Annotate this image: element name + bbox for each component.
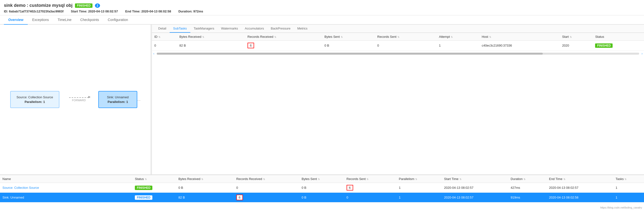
bcol-duration[interactable]: Duration⇅: [508, 175, 547, 183]
id-value: 6abab71af737402c127023fa3ac9983f: [9, 10, 64, 13]
cell-bytes-received: 82 B: [177, 41, 245, 50]
cell-status: FINISHED: [593, 41, 644, 50]
cell-records-received: 6: [245, 41, 322, 50]
source-node-parallelism: Parallelism: 1: [16, 100, 53, 104]
col-attempt[interactable]: Attempt⇅: [436, 33, 479, 41]
tab-configuration[interactable]: Configuration: [104, 15, 132, 25]
bcell-tasks: 1: [613, 183, 644, 193]
cell-records-sent: 0: [375, 41, 436, 50]
bcol-status[interactable]: Status⇅: [132, 175, 176, 183]
bcol-bytes-sent[interactable]: Bytes Sent⇅: [299, 175, 344, 183]
bcell-name-sink: Sink: Unnamed: [0, 193, 132, 202]
arrow-label: FORWARD: [72, 99, 86, 102]
bottom-panel: Name Status⇅ Bytes Received⇅ Records Rec…: [0, 175, 644, 202]
status-badge: FINISHED: [75, 4, 92, 8]
bcell-end-time: 2020-04-13 08:02:57: [547, 183, 613, 193]
subtab-subtasks[interactable]: SubTasks: [170, 25, 190, 33]
meta-row: ID: 6abab71af737402c127023fa3ac9983f Sta…: [4, 10, 640, 13]
col-host[interactable]: Host⇅: [479, 33, 560, 41]
bcol-start-time[interactable]: Start Time⇅: [442, 175, 508, 183]
end-time-value: 2020-04-13 08:02:58: [142, 10, 171, 13]
cell-id: 0: [152, 41, 177, 50]
sink-node[interactable]: Sink: Unnamed Parallelism: 1: [98, 91, 137, 108]
col-bytes-received[interactable]: Bytes Received⇅: [177, 33, 245, 41]
tab-checkpoints[interactable]: Checkpoints: [76, 15, 104, 25]
bcell-bytes-received: 0 B: [176, 183, 234, 193]
bcol-tasks[interactable]: Tasks⇅: [613, 175, 644, 183]
flow-diagram-panel: Source: Collection Source Parallelism: 1…: [0, 25, 151, 174]
start-time-value: 2020-04-13 08:02:57: [88, 10, 118, 13]
col-status: Status: [593, 33, 644, 41]
subtab-detail[interactable]: Detail: [155, 25, 170, 33]
expand-left-btn[interactable]: ‹: [152, 51, 156, 56]
flow-diagram: Source: Collection Source Parallelism: 1…: [10, 91, 137, 108]
scroll-area: ‹ ›: [152, 51, 644, 56]
bcell-duration-sink: 919ms: [508, 193, 547, 202]
tab-timeline[interactable]: TimeLine: [53, 15, 76, 25]
tab-overview[interactable]: Overview: [4, 15, 28, 25]
sub-tabs: Detail SubTasks TaskManagers Watermarks …: [152, 25, 644, 33]
arrow-area: FORWARD: [69, 97, 88, 102]
col-bytes-sent[interactable]: Bytes Sent⇅: [322, 33, 375, 41]
nav-tabs: Overview Exceptions TimeLine Checkpoints…: [0, 15, 644, 25]
source-link[interactable]: Source: Collection Source: [2, 186, 39, 189]
subtab-accumulators[interactable]: Accumulators: [242, 25, 268, 33]
col-records-received[interactable]: Records Received⇅: [245, 33, 322, 41]
subtab-metrics[interactable]: Metrics: [294, 25, 311, 33]
bcol-records-received[interactable]: Records Received⇅: [234, 175, 299, 183]
cell-host: c40ec3c21690:37336: [479, 41, 560, 50]
cell-start: 2020: [560, 41, 593, 50]
subtab-backpressure[interactable]: BackPressure: [268, 25, 294, 33]
bcell-records-sent-sink: 0: [344, 193, 396, 202]
bcol-parallelism[interactable]: Parallelism⇅: [396, 175, 442, 183]
ellipsis: ···: [137, 98, 140, 103]
bcell-records-sent: 6: [344, 183, 396, 193]
col-records-sent[interactable]: Records Sent⇅: [375, 33, 436, 41]
num-badge: 2: [95, 4, 100, 8]
cell-bytes-sent: 0 B: [322, 41, 375, 50]
bcol-name: Name: [0, 175, 132, 183]
col-start[interactable]: Start⇅: [560, 33, 593, 41]
bcell-records-received: 0: [234, 183, 299, 193]
sink-status-badge: FINISHED: [135, 195, 152, 200]
source-status-badge: FINISHED: [135, 186, 152, 190]
bcell-parallelism-sink: 1: [396, 193, 442, 202]
bcell-end-time-sink: 2020-04-13 08:02:58: [547, 193, 613, 202]
bcell-duration: 427ms: [508, 183, 547, 193]
bcell-records-received-sink: 6: [234, 193, 299, 202]
col-id: ID⇅: [152, 33, 177, 41]
flow-arrow: [69, 97, 88, 98]
cell-attempt: 1: [436, 41, 479, 50]
duration-label: Duration: 972ms: [178, 10, 203, 13]
bcell-start-time-sink: 2020-04-13 08:02:57: [442, 193, 508, 202]
bcell-bytes-sent-sink: 0 B: [299, 193, 344, 202]
end-time-label: End Time: 2020-04-13 08:02:58: [125, 10, 171, 13]
subtab-watermarks[interactable]: Watermarks: [218, 25, 242, 33]
bcol-records-sent[interactable]: Records Sent⇅: [344, 175, 396, 183]
sink-node-title: Sink: Unnamed: [105, 95, 131, 99]
duration-value: 972ms: [193, 10, 203, 13]
table-row[interactable]: 0 82 B 6 0 B 0 1 c40ec3c21690:37336 2020…: [152, 41, 644, 50]
bcell-bytes-sent: 0 B: [299, 183, 344, 193]
list-item[interactable]: Source: Collection Source FINISHED 0 B 0…: [0, 183, 644, 193]
list-item[interactable]: Sink: Unnamed FINISHED 82 B 6 0 B 0 1 20…: [0, 193, 644, 202]
subtab-taskmanagers[interactable]: TaskManagers: [190, 25, 218, 33]
bcell-tasks-sink: 1: [613, 193, 644, 202]
bcell-status: FINISHED: [132, 183, 176, 193]
expand-right-btn[interactable]: ›: [640, 51, 644, 56]
page-header: sink demo : customize mysql obj FINISHED…: [0, 0, 644, 15]
title-row: sink demo : customize mysql obj FINISHED…: [4, 3, 640, 8]
source-node-title: Source: Collection Source: [16, 95, 53, 99]
id-label: ID: 6abab71af737402c127023fa3ac9983f: [4, 10, 64, 13]
subtasks-table: ID⇅ Bytes Received⇅ Records Received⇅ By…: [152, 33, 644, 50]
bcell-start-time: 2020-04-13 08:02:57: [442, 183, 508, 193]
jobs-table: Name Status⇅ Bytes Received⇅ Records Rec…: [0, 175, 644, 202]
tab-exceptions[interactable]: Exceptions: [28, 15, 53, 25]
bcell-bytes-received-sink: 82 B: [176, 193, 234, 202]
bcol-end-time[interactable]: End Time⇅: [547, 175, 613, 183]
bcol-bytes-received[interactable]: Bytes Received⇅: [176, 175, 234, 183]
bcell-parallelism: 1: [396, 183, 442, 193]
status-badge-cell: FINISHED: [595, 43, 612, 48]
bcell-status-sink: FINISHED: [132, 193, 176, 202]
source-node[interactable]: Source: Collection Source Parallelism: 1: [10, 91, 60, 108]
